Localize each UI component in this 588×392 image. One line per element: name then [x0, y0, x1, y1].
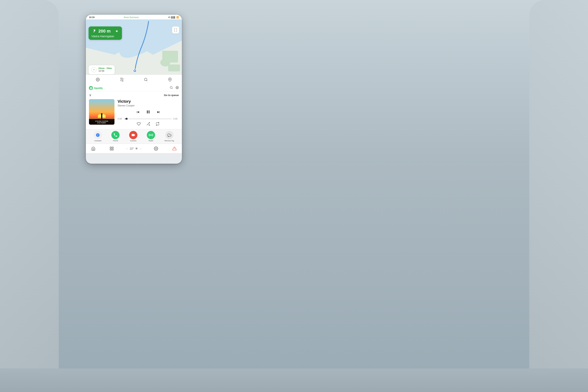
player-content: Steven Cooper VICTORY Victory Steven Coo…	[89, 99, 179, 127]
map-expand-button[interactable]	[172, 26, 179, 34]
temp-up-button[interactable]: ›	[140, 147, 141, 150]
track-artist: Steven Cooper	[118, 104, 179, 107]
dashboard-left	[0, 0, 59, 178]
current-time: 0:08	[118, 118, 123, 120]
svg-point-6	[177, 87, 178, 88]
assistant-icon-circle	[94, 131, 102, 139]
like-button[interactable]	[137, 122, 141, 127]
map-search-button[interactable]	[142, 76, 149, 83]
svg-point-5	[170, 86, 172, 88]
radio-label: Radio	[148, 140, 153, 142]
map-settings-button[interactable]	[94, 76, 101, 83]
track-title: Victory	[118, 99, 179, 104]
spotify-search-button[interactable]	[170, 86, 173, 90]
status-bar: 10:34 Anna Svensson 4G ▌▌▌ 📶	[86, 15, 182, 20]
phone-icon-circle	[111, 131, 120, 139]
status-time: 10:34	[89, 16, 94, 18]
temperature-value: 22°	[130, 147, 134, 150]
svg-rect-14	[110, 147, 111, 148]
svg-point-10	[98, 136, 98, 136]
svg-point-18	[156, 148, 157, 149]
temp-down-button[interactable]: ‹	[126, 147, 128, 150]
nav-close-button[interactable]: ×	[91, 67, 96, 72]
turn-arrow-icon	[91, 28, 97, 34]
assistant-app-item[interactable]: Assistant	[94, 131, 102, 142]
radio-app-item[interactable]: Radio	[147, 131, 155, 142]
spotify-header-icons	[170, 86, 179, 90]
previous-track-button[interactable]	[136, 110, 140, 115]
system-settings-button[interactable]	[152, 145, 160, 152]
nav-eta-duration: 24min · 15km	[98, 67, 112, 70]
nav-sound-icon[interactable]	[115, 29, 119, 33]
nav-distance-display: 200 m	[91, 28, 110, 34]
bottom-app-bar: Assistant Phone Camera	[86, 129, 182, 144]
next-track-button[interactable]	[156, 110, 160, 115]
svg-point-1	[134, 70, 136, 71]
nav-street-name: Västra Hamngatan	[91, 35, 119, 38]
pause-button[interactable]	[146, 109, 151, 116]
spotify-settings-button[interactable]	[176, 86, 179, 90]
player-info: Victory Steven Cooper	[118, 99, 179, 127]
status-user: Anna Svensson	[124, 16, 139, 18]
player-controls	[118, 109, 179, 116]
album-art-overlay: Steven Cooper VICTORY	[89, 120, 114, 125]
nav-eta-time: 10:58	[98, 70, 112, 73]
home-button[interactable]	[90, 145, 97, 152]
spotify-logo-icon	[89, 86, 93, 90]
album-author-label: Steven Cooper	[90, 120, 113, 122]
svg-rect-16	[110, 149, 111, 150]
progress-dot	[126, 118, 128, 120]
total-time: 3:45	[173, 118, 179, 120]
svg-point-2	[98, 79, 98, 80]
album-art: Steven Cooper VICTORY	[89, 99, 114, 125]
tablet-screen: 10:34 Anna Svensson 4G ▌▌▌ 📶	[86, 15, 182, 164]
nav-eta-info: 24min · 15km 10:58	[98, 67, 112, 73]
climate-controls: ‹ 22° ✳ ›	[126, 146, 141, 151]
fan-icon[interactable]: ✳	[135, 146, 138, 151]
nav-direction-card: 200 m Västra Hamngatan	[88, 26, 122, 40]
player-collapse-button[interactable]: ∨	[89, 93, 92, 97]
svg-point-4	[169, 78, 170, 80]
phone-label: Phone	[113, 140, 118, 142]
fog-icon-circle	[165, 131, 174, 139]
player-top-bar: ∨ Go to queue	[89, 93, 179, 97]
player-actions	[118, 122, 179, 127]
shuffle-button[interactable]	[146, 122, 150, 127]
go-to-queue-button[interactable]: Go to queue	[164, 94, 179, 97]
spotify-player: ∨ Go to queue	[86, 91, 182, 129]
spotify-logo: Spotify	[89, 86, 103, 90]
assistant-label: Assistant	[94, 140, 102, 142]
progress-track[interactable]	[125, 118, 172, 119]
camera-icon-circle	[129, 131, 138, 139]
camera-label: Camera	[130, 140, 136, 142]
system-nav-bar: ‹ 22° ✳ ›	[86, 144, 182, 153]
phone-app-item[interactable]: Phone	[111, 131, 120, 142]
map-location-button[interactable]	[166, 76, 174, 83]
map-toolbar	[86, 75, 182, 84]
svg-point-11	[150, 135, 151, 136]
alert-button[interactable]	[171, 145, 178, 152]
map-section[interactable]: 200 m Västra Hamngatan × 24min ·	[86, 20, 182, 84]
status-icons: 4G ▌▌▌ 📶	[168, 16, 179, 18]
repeat-button[interactable]	[156, 122, 160, 127]
signal-bars-icon: ▌▌▌	[172, 16, 176, 18]
svg-rect-15	[112, 147, 113, 148]
album-title-label: VICTORY	[90, 122, 113, 124]
nav-info-bar: × 24min · 15km 10:58	[88, 65, 115, 74]
spotify-header: Spotify	[86, 84, 182, 91]
progress-bar-container: 0:08 3:45	[118, 118, 179, 120]
spotify-section: Spotify ∨ Go to queue	[86, 84, 182, 129]
temperature-display: 22° ✳	[130, 146, 138, 151]
map-routes-button[interactable]	[118, 76, 126, 83]
svg-rect-17	[112, 149, 113, 150]
fog-app-item[interactable]: Remove fog	[164, 131, 174, 142]
wifi-icon: 📶	[176, 16, 179, 18]
radio-icon-circle	[147, 131, 155, 139]
fog-label: Remove fog	[164, 140, 174, 142]
signal-label: 4G	[168, 16, 170, 18]
apps-button[interactable]	[108, 145, 115, 152]
svg-point-3	[144, 78, 147, 80]
camera-app-item[interactable]: Camera	[129, 131, 138, 142]
